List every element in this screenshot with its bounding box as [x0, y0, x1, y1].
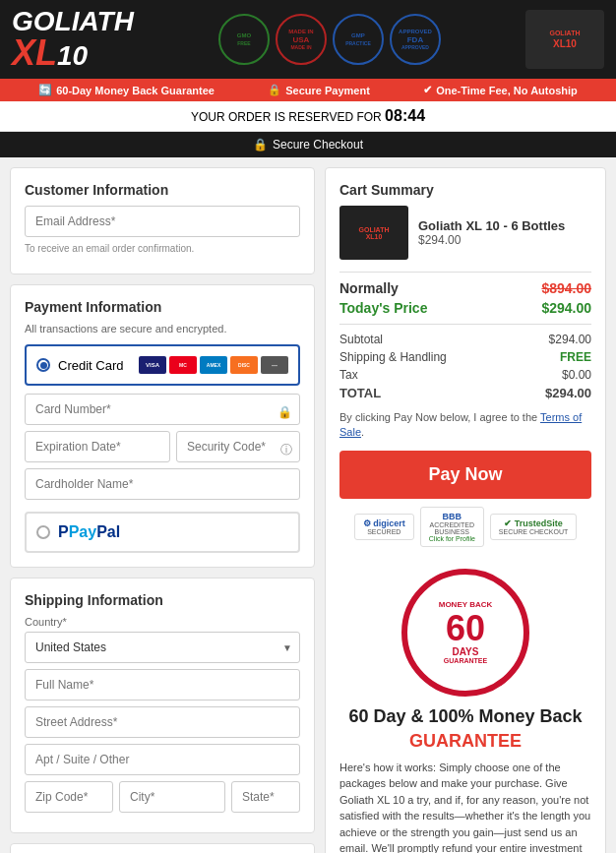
secure-checkout-bar: 🔒 Secure Checkout	[0, 132, 616, 157]
card-icons: VISA MC AMEX DISC ···	[139, 356, 288, 374]
credit-card-label: Credit Card	[58, 358, 123, 373]
expiry-field[interactable]	[25, 431, 170, 462]
tax-label: Tax	[339, 368, 358, 382]
right-column: Cart Summary GOLIATHXL10 Goliath XL 10 -…	[315, 167, 606, 853]
normally-label: Normally	[339, 280, 399, 296]
email-field[interactable]	[25, 206, 300, 237]
shipping-title: Shipping Information	[25, 592, 300, 608]
country-select[interactable]: United States Canada United Kingdom Aust…	[25, 632, 300, 663]
product-thumbnail: GOLIATHXL10	[339, 206, 408, 260]
mb-guarantee-label: GUARANTEE	[444, 657, 487, 664]
subtotal-row: Subtotal $294.00	[339, 333, 591, 346]
trust-badges: ⚙ digicert SECURED BBB ACCREDITED BUSINE…	[339, 507, 591, 547]
paypal-radio[interactable]	[36, 525, 50, 539]
zip-row	[25, 781, 300, 819]
info-icon: ⓘ	[280, 442, 292, 458]
total-value: $294.00	[545, 386, 591, 400]
digicert-badge: ⚙ digicert SECURED	[354, 514, 414, 540]
payment-info-title: Payment Information	[25, 299, 300, 315]
amex-icon: AMEX	[200, 356, 227, 374]
reviews-section: Our Customer Say ★★★★★ Based On Customer…	[10, 843, 315, 853]
shipping-label: Shipping & Handling	[339, 350, 447, 364]
badges-area: GMO FREE MADE IN USA MADE IN GMP PRACTIC…	[218, 14, 441, 65]
timer-countdown: 08:44	[385, 107, 425, 124]
refresh-icon: 🔄	[38, 84, 52, 96]
shipping-row: Shipping & Handling FREE	[339, 350, 591, 364]
payment-info-section: Payment Information All transactions are…	[10, 284, 315, 568]
logo: GOLIATH XL 10	[12, 8, 134, 71]
credit-card-radio[interactable]	[36, 358, 50, 372]
country-label: Country*	[25, 616, 300, 628]
badge-fda: APPROVED FDA APPROVED	[390, 14, 441, 65]
cart-product: GOLIATHXL10 Goliath XL 10 - 6 Bottles $2…	[339, 206, 591, 260]
logo-xl: XL	[12, 35, 57, 71]
cart-summary-section: Cart Summary GOLIATHXL10 Goliath XL 10 -…	[325, 167, 606, 853]
logo-area: GOLIATH XL 10	[12, 8, 134, 71]
mb-days: 60	[446, 611, 485, 646]
guarantee-bar: 🔄 60-Day Money Back Guarantee 🔒 Secure P…	[0, 79, 616, 101]
badge-gmo: GMO FREE	[218, 14, 270, 65]
normally-price: $894.00	[541, 280, 591, 296]
card-number-field[interactable]	[25, 394, 300, 425]
zip-field[interactable]	[25, 781, 113, 813]
today-price: $294.00	[541, 300, 591, 316]
discover-icon: DISC	[230, 356, 258, 374]
fullname-field[interactable]	[25, 669, 300, 701]
paypal-logo: PPayPal	[58, 523, 120, 541]
cardholder-name-field[interactable]	[25, 468, 300, 500]
product-header-image: GOLIATHXL10	[525, 10, 604, 69]
mb-description: Here's how it works: Simply choose one o…	[339, 760, 591, 853]
security-code-wrapper: ⓘ	[176, 431, 300, 468]
guarantee-item-3: ✔ One-Time Fee, No Autoship	[423, 84, 578, 96]
today-price-row: Today's Price $294.00	[339, 300, 591, 316]
state-field[interactable]	[231, 781, 300, 813]
shipping-info-section: Shipping Information Country* United Sta…	[10, 578, 315, 833]
product-price: $294.00	[418, 233, 565, 247]
secure-checkout-label: Secure Checkout	[273, 138, 363, 152]
badge-gmp: GMP PRACTICE	[333, 14, 384, 65]
header: GOLIATH XL 10 GMO FREE MADE IN USA MADE …	[0, 0, 616, 79]
other-card-icon: ···	[261, 356, 288, 374]
normally-row: Normally $894.00	[339, 280, 591, 296]
card-lock-icon: 🔒	[277, 405, 292, 419]
subtotal-label: Subtotal	[339, 333, 383, 346]
total-row: TOTAL $294.00	[339, 386, 591, 400]
lock-small-icon: 🔒	[268, 84, 281, 96]
country-select-wrapper: United States Canada United Kingdom Aust…	[25, 632, 300, 663]
mb-title: 60 Day & 100% Money Back	[339, 706, 591, 727]
logo-num: 10	[57, 42, 88, 70]
shipping-value: FREE	[560, 350, 591, 364]
email-hint: To receive an email order confirmation.	[25, 243, 300, 254]
guarantee-item-2: 🔒 Secure Payment	[268, 84, 370, 96]
subtotal-value: $294.00	[549, 333, 591, 346]
timer-bar: YOUR ORDER IS RESERVED FOR 08:44	[0, 101, 616, 132]
lock-icon: 🔒	[253, 138, 268, 152]
cart-title: Cart Summary	[339, 182, 591, 198]
money-back-section: MONEY BACK 60 DAYS GUARANTEE 60 Day & 10…	[339, 559, 591, 853]
customer-info-section: Customer Information To receive an email…	[10, 167, 315, 274]
pay-now-button[interactable]: Pay Now	[339, 451, 591, 499]
check-icon: ✔	[423, 84, 432, 96]
main-content: Customer Information To receive an email…	[0, 157, 616, 853]
terms-text: By clicking Pay Now below, I agree to th…	[339, 410, 591, 441]
credit-card-option[interactable]: Credit Card VISA MC AMEX DISC ···	[25, 344, 300, 386]
today-label: Today's Price	[339, 300, 427, 316]
mb-days-label: DAYS	[453, 646, 479, 657]
mb-subtitle: GUARANTEE	[339, 731, 591, 752]
product-details: Goliath XL 10 - 6 Bottles $294.00	[418, 218, 565, 247]
visa-icon: VISA	[139, 356, 166, 374]
tax-value: $0.00	[562, 368, 591, 382]
apt-field[interactable]	[25, 744, 300, 775]
payment-info-subtitle: All transactions are secure and encrypte…	[25, 323, 300, 335]
guarantee-item-1: 🔄 60-Day Money Back Guarantee	[38, 84, 215, 96]
left-column: Customer Information To receive an email…	[10, 167, 315, 853]
trustedsite-badge: ✔ TrustedSite SECURE CHECKOUT	[490, 514, 577, 540]
total-label: TOTAL	[339, 386, 381, 400]
tax-row: Tax $0.00	[339, 368, 591, 382]
city-field[interactable]	[119, 781, 225, 813]
paypal-option[interactable]: PPayPal	[25, 512, 300, 553]
badge-usa: MADE IN USA MADE IN	[276, 14, 327, 65]
product-name: Goliath XL 10 - 6 Bottles	[418, 218, 565, 233]
timer-label: YOUR ORDER IS RESERVED FOR	[191, 110, 382, 124]
street-field[interactable]	[25, 706, 300, 738]
